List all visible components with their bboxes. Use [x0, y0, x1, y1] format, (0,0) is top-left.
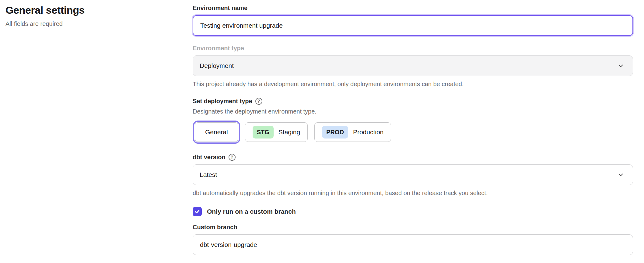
deployment-type-description: Designates the deployment environment ty…: [193, 107, 633, 116]
environment-type-label: Environment type: [193, 44, 633, 52]
deployment-type-general-label: General: [205, 128, 228, 136]
dbt-version-label: dbt version: [193, 153, 226, 161]
environment-type-helper: This project already has a development e…: [193, 80, 633, 88]
dbt-version-helper: dbt automatically upgrades the dbt versi…: [193, 189, 633, 197]
page-title: General settings: [5, 3, 85, 17]
custom-branch-checkbox-row[interactable]: Only run on a custom branch: [193, 207, 633, 216]
environment-type-select[interactable]: Deployment: [193, 55, 633, 76]
custom-branch-input[interactable]: [193, 234, 633, 255]
question-circle-icon[interactable]: ?: [255, 98, 262, 105]
question-circle-icon[interactable]: ?: [229, 154, 236, 161]
chevron-down-icon: [618, 62, 624, 69]
dbt-version-label-row: dbt version ?: [193, 153, 633, 161]
environment-name-input[interactable]: [193, 15, 633, 36]
check-icon: [194, 209, 200, 215]
deployment-type-staging-button[interactable]: STG Staging: [245, 122, 308, 142]
page-header: General settings All fields are required: [5, 3, 85, 28]
environment-type-value: Deployment: [200, 62, 234, 69]
chevron-down-icon: [618, 171, 624, 178]
custom-branch-label: Custom branch: [193, 223, 633, 231]
deployment-type-options: General STG Staging PROD Production: [193, 121, 633, 144]
dbt-version-select[interactable]: Latest: [193, 164, 633, 185]
custom-branch-checkbox-label: Only run on a custom branch: [207, 208, 296, 215]
custom-branch-checkbox[interactable]: [193, 207, 202, 216]
deployment-type-production-label: Production: [353, 128, 383, 136]
production-badge: PROD: [322, 126, 348, 139]
dbt-version-value: Latest: [200, 171, 217, 178]
deployment-type-general-button[interactable]: General: [195, 122, 238, 142]
environment-name-label: Environment name: [193, 4, 633, 12]
deployment-type-production-button[interactable]: PROD Production: [314, 122, 391, 142]
environment-settings-form: Environment name Environment type Deploy…: [193, 0, 633, 255]
deployment-type-label: Set deployment type: [193, 97, 252, 105]
staging-badge: STG: [253, 126, 274, 139]
page-subtitle: All fields are required: [5, 19, 85, 28]
deployment-type-staging-label: Staging: [278, 128, 300, 136]
deployment-type-label-row: Set deployment type ?: [193, 97, 633, 105]
